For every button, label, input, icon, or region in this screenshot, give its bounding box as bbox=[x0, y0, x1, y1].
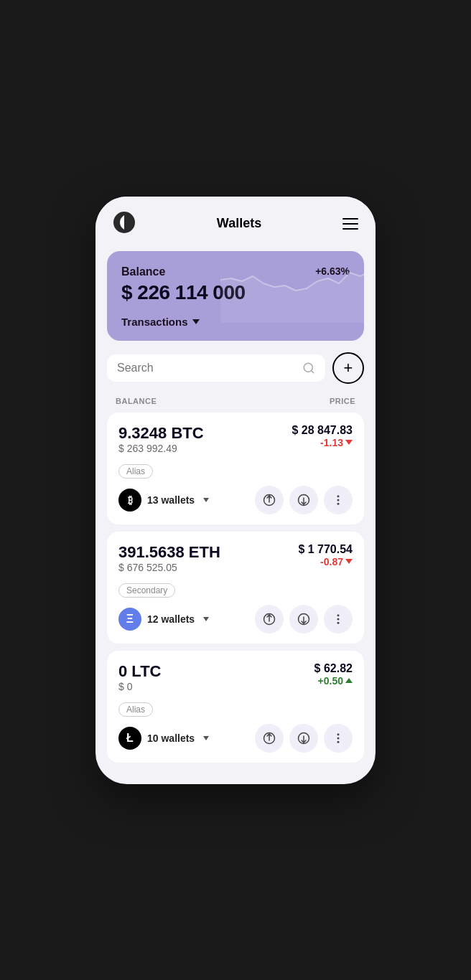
send-icon bbox=[263, 732, 276, 745]
more-icon bbox=[332, 613, 345, 626]
svg-point-7 bbox=[337, 495, 340, 497]
receive-icon bbox=[297, 732, 310, 745]
eth-send-button[interactable] bbox=[255, 605, 284, 633]
crypto-card-eth: 391.5638 ETH $ 676 525.05 $ 1 770.54 -0.… bbox=[107, 532, 364, 644]
svg-point-22 bbox=[337, 737, 340, 739]
ltc-bottom: Ł 10 wallets bbox=[118, 724, 353, 753]
svg-point-15 bbox=[337, 618, 340, 620]
btc-change: -1.13 bbox=[292, 437, 353, 448]
eth-change: -0.87 bbox=[298, 556, 353, 567]
send-icon bbox=[263, 494, 276, 507]
balance-chart bbox=[220, 251, 364, 323]
column-headers: BALANCE PRICE bbox=[95, 394, 376, 413]
receive-icon bbox=[297, 613, 310, 626]
btc-wallet-count: 13 wallets bbox=[147, 494, 195, 506]
eth-coin-icon: Ξ bbox=[118, 608, 141, 631]
price-column-header: PRICE bbox=[330, 397, 355, 405]
search-area: + bbox=[95, 352, 376, 394]
eth-wallet-count: 12 wallets bbox=[147, 613, 195, 625]
ltc-usd: $ 0 bbox=[118, 681, 161, 692]
btc-receive-button[interactable] bbox=[289, 486, 318, 514]
btc-actions bbox=[255, 486, 353, 514]
transactions-label: Transactions bbox=[121, 316, 188, 328]
add-icon: + bbox=[344, 360, 353, 376]
eth-amount: 391.5638 ETH bbox=[118, 543, 220, 562]
eth-price: $ 1 770.54 bbox=[298, 543, 353, 556]
transactions-chevron-icon bbox=[192, 319, 200, 324]
btc-bottom: ₿ 13 wallets bbox=[118, 486, 353, 514]
balance-label: Balance bbox=[121, 265, 165, 278]
btc-send-button[interactable] bbox=[255, 486, 284, 514]
search-wrapper[interactable] bbox=[107, 354, 325, 382]
app-header: Wallets bbox=[95, 197, 376, 245]
more-icon bbox=[332, 732, 345, 745]
logo-icon bbox=[113, 211, 136, 237]
svg-point-9 bbox=[337, 502, 340, 504]
svg-point-23 bbox=[337, 740, 340, 743]
ltc-change-icon bbox=[345, 678, 353, 683]
svg-point-14 bbox=[337, 614, 340, 616]
eth-wallet-info[interactable]: Ξ 12 wallets bbox=[118, 608, 209, 631]
add-button[interactable]: + bbox=[332, 352, 364, 384]
btc-wallet-chevron-icon bbox=[203, 498, 209, 502]
receive-icon bbox=[297, 494, 310, 507]
crypto-card-ltc: 0 LTC $ 0 $ 62.82 +0.50 Alias Ł bbox=[107, 651, 364, 763]
ltc-wallet-chevron-icon bbox=[203, 736, 209, 740]
ltc-change: +0.50 bbox=[314, 675, 353, 687]
eth-bottom: Ξ 12 wallets bbox=[118, 605, 353, 633]
eth-wallet-chevron-icon bbox=[203, 617, 209, 621]
crypto-card-btc: 9.3248 BTC $ 263 992.49 $ 28 847.83 -1.1… bbox=[107, 413, 364, 524]
btc-alias-badge: Alias bbox=[118, 464, 153, 479]
search-input[interactable] bbox=[117, 362, 297, 374]
btc-amount: 9.3248 BTC bbox=[118, 424, 204, 443]
menu-button[interactable] bbox=[342, 218, 358, 230]
crypto-list: 9.3248 BTC $ 263 992.49 $ 28 847.83 -1.1… bbox=[95, 413, 376, 763]
ltc-receive-button[interactable] bbox=[289, 724, 318, 753]
ltc-actions bbox=[255, 724, 353, 753]
btc-change-icon bbox=[345, 440, 353, 445]
more-icon bbox=[332, 494, 345, 507]
btc-coin-icon: ₿ bbox=[118, 489, 141, 512]
btc-price: $ 28 847.83 bbox=[292, 424, 353, 437]
ltc-wallet-info[interactable]: Ł 10 wallets bbox=[118, 727, 209, 750]
btc-more-button[interactable] bbox=[324, 486, 353, 514]
ltc-send-button[interactable] bbox=[255, 724, 284, 753]
send-icon bbox=[263, 613, 276, 626]
svg-point-21 bbox=[337, 733, 340, 735]
balance-card: Balance +6.63% $ 226 114 000 Transaction… bbox=[107, 251, 364, 341]
ltc-coin-icon: Ł bbox=[118, 727, 141, 750]
eth-usd: $ 676 525.05 bbox=[118, 562, 220, 573]
ltc-wallet-count: 10 wallets bbox=[147, 732, 195, 744]
eth-receive-button[interactable] bbox=[289, 605, 318, 633]
search-icon bbox=[302, 362, 315, 374]
eth-more-button[interactable] bbox=[324, 605, 353, 633]
svg-point-8 bbox=[337, 499, 340, 501]
svg-point-16 bbox=[337, 621, 340, 623]
eth-alias-badge: Secondary bbox=[118, 583, 175, 598]
ltc-price: $ 62.82 bbox=[314, 662, 353, 675]
ltc-more-button[interactable] bbox=[324, 724, 353, 753]
svg-line-2 bbox=[311, 370, 313, 372]
ltc-alias-badge: Alias bbox=[118, 702, 153, 717]
btc-wallet-info[interactable]: ₿ 13 wallets bbox=[118, 489, 209, 512]
eth-change-icon bbox=[345, 559, 353, 564]
balance-column-header: BALANCE bbox=[116, 397, 157, 405]
eth-actions bbox=[255, 605, 353, 633]
page-title: Wallets bbox=[217, 216, 261, 231]
ltc-amount: 0 LTC bbox=[118, 662, 161, 681]
btc-usd: $ 263 992.49 bbox=[118, 443, 204, 454]
